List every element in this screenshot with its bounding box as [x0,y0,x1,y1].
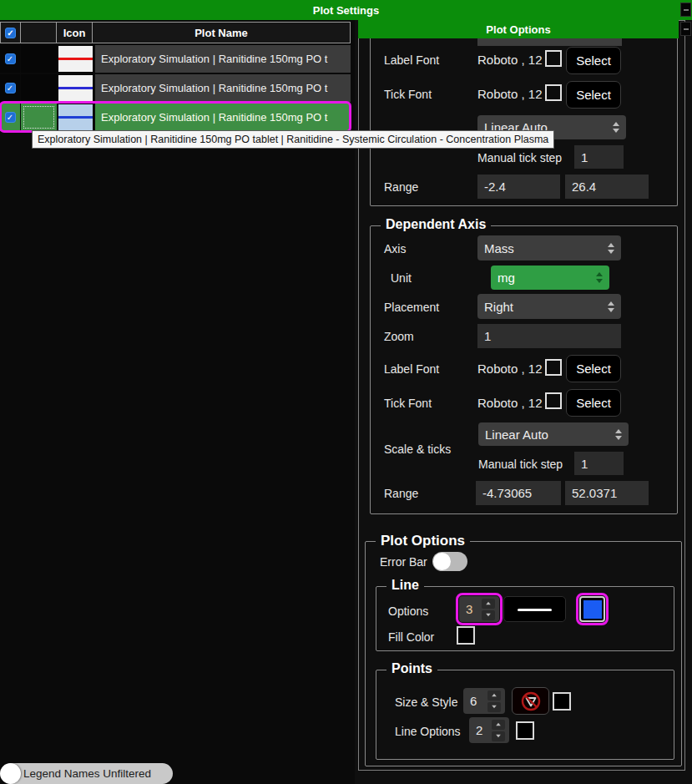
line-options-label: Options [388,604,428,618]
fill-color-swatch[interactable] [457,626,475,645]
dep-range-min-input[interactable]: -4.73065 [476,481,561,505]
dep-manual-tick-input[interactable]: 1 [574,452,624,475]
dep-tick-font-color-checkbox[interactable] [545,392,562,409]
plot-table: ✓ Icon Plot Name ✓ Exploratory Simulatio… [0,22,351,131]
ind-range-min-input[interactable]: -2.4 [477,175,560,199]
point-size-value: 6 [463,694,487,708]
row-checkbox-cell[interactable]: ✓ [0,45,20,73]
dep-unit-label: Unit [391,271,412,285]
line-color-fill [583,600,602,619]
plot-name-cell[interactable]: Exploratory Simulation | Ranitidine 150m… [95,45,351,73]
ind-manual-tick-input[interactable]: 1 [574,145,624,169]
chevron-up-down-icon [615,429,622,440]
point-line-color-swatch[interactable] [516,721,534,740]
row-checkbox[interactable]: ✓ [5,112,16,123]
plot-options-panel: Plot Options Label Font Roboto , 12 Sele… [355,0,692,784]
line-group-title: Line [386,578,424,593]
point-marker-style-button[interactable] [512,687,549,715]
plot-line-color [58,116,93,119]
dep-scale-ticks-label: Scale & ticks [384,443,451,456]
spin-up-button[interactable] [487,690,501,701]
table-row[interactable]: ✓ Exploratory Simulation | Ranitidine 15… [0,45,351,73]
ind-manual-tick-label: Manual tick step [477,151,562,164]
point-line-options-spinner[interactable]: 2 [469,717,509,743]
dep-tick-font-select-button[interactable]: Select [566,389,621,417]
point-size-style-label: Size & Style [395,695,457,709]
chevron-up-down-icon [608,301,614,312]
line-color-swatch[interactable] [579,596,605,622]
dep-range-max-input[interactable]: 52.0371 [565,481,649,505]
plot-line-color [58,87,93,89]
dep-unit-value: mg [498,271,515,285]
ind-tick-font-color-checkbox[interactable] [545,84,562,101]
row-spacer-cell[interactable] [21,45,57,73]
ind-tick-font-value: Roboto , 12 [477,87,543,101]
plot-name-cell[interactable]: Exploratory Simulation | Ranitidine 150m… [95,74,351,102]
dep-label-font-color-checkbox[interactable] [545,359,562,376]
line-width-value: 3 [459,602,482,616]
row-checkbox-cell[interactable]: ✓ [0,104,20,131]
dep-placement-dropdown[interactable]: Right [477,294,621,319]
dep-axis-value: Mass [484,241,514,255]
point-color-swatch[interactable] [553,692,571,711]
spin-up-button[interactable] [492,720,505,730]
plot-settings-window: Plot Settings ✓ Icon Plot Name ✓ [0,0,692,784]
plot-line-color [58,58,93,60]
ind-tick-font-label: Tick Font [384,88,432,101]
select-all-checkbox[interactable]: ✓ [5,28,16,38]
no-marker-icon [521,691,541,711]
dep-axis-dropdown[interactable]: Mass [477,235,621,260]
table-row-selected[interactable]: ✓ Exploratory Simulation | Ranitidine 15… [0,104,351,131]
legend-names-toggle[interactable]: Legend Names Unfiltered [2,763,173,784]
points-group-title: Points [386,661,437,676]
header-select-all-cell[interactable]: ✓ [1,23,21,43]
line-width-spinner[interactable]: 3 [459,596,499,622]
dep-scale-value: Linear Auto [485,427,548,442]
row-checkbox[interactable]: ✓ [5,83,16,94]
spin-up-button[interactable] [482,599,495,609]
dependent-axis-title: Dependent Axis [381,217,491,232]
error-bar-toggle[interactable] [432,552,467,571]
ind-range-max-input[interactable]: 26.4 [565,175,649,199]
window-titlebar[interactable]: Plot Settings [0,0,692,20]
plot-options-header[interactable]: Plot Options [358,20,679,38]
error-bar-toggle-knob[interactable] [433,553,451,570]
dep-zoom-input[interactable]: 1 [477,324,621,348]
row-spacer-cell[interactable] [21,104,57,131]
table-row[interactable]: ✓ Exploratory Simulation | Ranitidine 15… [0,74,351,102]
ind-label-font-select-button[interactable]: Select [566,47,621,74]
row-icon-cell[interactable] [58,74,93,102]
spin-down-button[interactable] [482,610,495,620]
row-checkbox[interactable]: ✓ [5,53,16,64]
spin-down-button[interactable] [492,731,505,741]
dep-label-font-select-button[interactable]: Select [566,355,621,382]
chevron-up-down-icon [613,122,619,133]
point-size-spinner[interactable]: 6 [463,688,505,714]
legend-toggle-knob[interactable] [0,763,21,784]
line-style-preview[interactable] [503,596,566,622]
dep-unit-dropdown[interactable]: mg [491,266,609,290]
row-spacer-cell[interactable] [21,74,57,102]
spin-down-button[interactable] [487,702,501,712]
clipped-dropdown[interactable] [477,38,622,46]
ind-label-font-color-checkbox[interactable] [545,50,562,67]
ind-tick-font-select-button[interactable]: Select [566,81,621,109]
plot-name-cell[interactable]: Exploratory Simulation | Ranitidine 150m… [95,104,351,131]
dep-tick-font-value: Roboto , 12 [477,396,543,410]
error-bar-label: Error Bar [380,555,427,569]
row-icon-cell[interactable] [58,104,93,131]
plot-options-group-title: Plot Options [376,533,470,549]
point-line-options-value: 2 [469,723,492,737]
dep-label-font-label: Label Font [384,362,439,376]
dep-range-label: Range [384,487,418,500]
legend-toggle-label: Legend Names Unfiltered [23,767,151,780]
row-icon-cell[interactable] [58,45,93,73]
dep-placement-value: Right [484,300,513,314]
row-checkbox-cell[interactable]: ✓ [0,74,20,102]
panel-grip-icon[interactable] [680,22,691,36]
point-line-options-label: Line Options [395,725,461,738]
dep-scale-dropdown[interactable]: Linear Auto [478,422,629,446]
plot-name-tooltip: Exploratory Simulation | Ranitidine 150m… [32,130,554,149]
chevron-up-down-icon [596,272,603,283]
titlebar-grip-icon[interactable] [680,3,691,17]
